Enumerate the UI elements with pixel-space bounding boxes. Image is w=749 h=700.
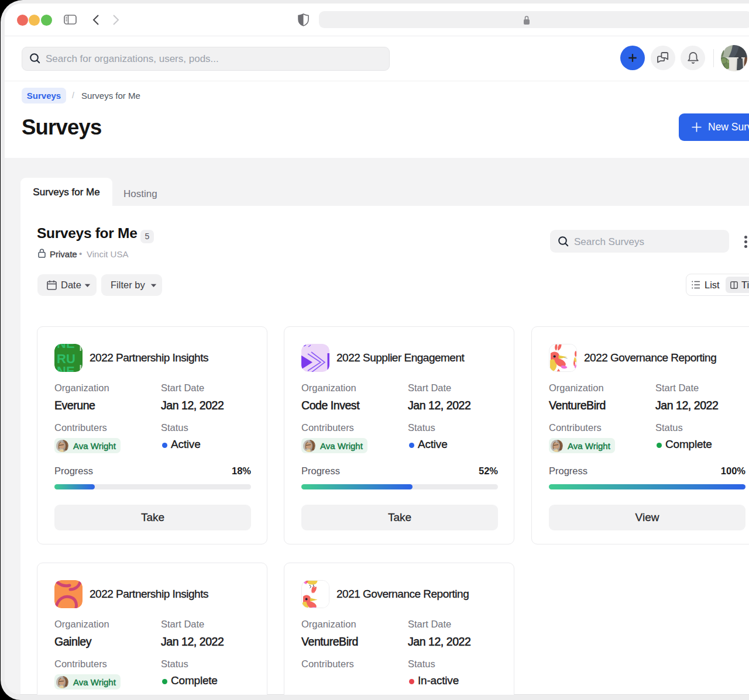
svg-text:NE: NE	[57, 364, 75, 373]
svg-text:NE: NE	[57, 344, 75, 351]
